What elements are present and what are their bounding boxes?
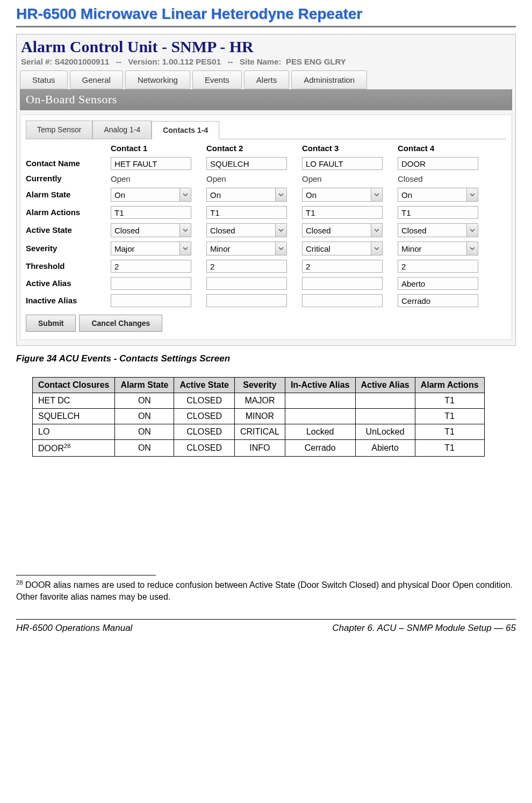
- contact-name-input-1[interactable]: [111, 157, 191, 170]
- rowlabel-alarm-state: Alarm State: [26, 190, 106, 200]
- contacts-form-grid: Contact 1 Contact 2 Contact 3 Contact 4 …: [26, 144, 506, 307]
- active-state-select-1[interactable]: Closed: [111, 223, 191, 237]
- severity-cell: INFO: [234, 440, 285, 457]
- active-alias-input-2[interactable]: [206, 277, 287, 290]
- alarm-actions-input-2[interactable]: [206, 206, 287, 219]
- th-severity: Severity: [234, 378, 285, 393]
- active-state-select-2[interactable]: Closed: [206, 223, 287, 237]
- active-alias-input-4[interactable]: [398, 277, 478, 290]
- rowlabel-contact-name: Contact Name: [26, 159, 106, 168]
- table-row: SQUELCH ON CLOSED MINOR T1: [33, 409, 485, 424]
- contact-name-input-4[interactable]: [398, 157, 478, 170]
- rowlabel-inactive-alias: Inactive Alias: [26, 296, 106, 305]
- footer-right: Chapter 6. ACU – SNMP Module Setup — 65: [332, 623, 516, 634]
- inactive-alias-cell: Locked: [285, 424, 355, 440]
- subtab-temp-sensor[interactable]: Temp Sensor: [26, 120, 92, 139]
- version-label: Version:: [128, 57, 160, 66]
- separator: --: [228, 57, 233, 66]
- threshold-input-4[interactable]: [398, 260, 478, 273]
- rowlabel-alarm-actions: Alarm Actions: [26, 208, 106, 217]
- severity-cell: MAJOR: [234, 393, 285, 409]
- contact-name-input-3[interactable]: [302, 157, 383, 170]
- separator: --: [116, 57, 121, 66]
- submit-button[interactable]: Submit: [26, 315, 76, 332]
- th-alarm-actions: Alarm Actions: [415, 378, 484, 393]
- active-state-cell: CLOSED: [174, 393, 235, 409]
- alarm-actions-input-3[interactable]: [302, 206, 383, 219]
- footnote-number: 28: [16, 579, 23, 586]
- alarm-state-select-3[interactable]: On: [302, 188, 383, 202]
- th-active-alias: Active Alias: [355, 378, 415, 393]
- currently-value-3: Open: [302, 174, 393, 183]
- tab-networking[interactable]: Networking: [125, 70, 190, 89]
- chevron-down-icon: [466, 188, 478, 201]
- sub-tabs: Temp Sensor Analog 1-4 Contacts 1-4: [26, 120, 506, 139]
- th-active-state: Active State: [174, 378, 235, 393]
- active-alias-input-3[interactable]: [302, 277, 383, 290]
- currently-value-1: Open: [111, 174, 202, 183]
- subtab-contacts-1-4[interactable]: Contacts 1-4: [152, 121, 219, 139]
- site-value: PES ENG GLRY: [286, 57, 346, 66]
- tab-administration[interactable]: Administration: [291, 70, 367, 89]
- footnote-separator: [16, 575, 156, 575]
- active-state-cell: CLOSED: [174, 409, 235, 424]
- main-tabs: Status General Networking Events Alerts …: [20, 68, 512, 89]
- cc-cell: LO: [33, 424, 115, 440]
- contacts-card: Temp Sensor Analog 1-4 Contacts 1-4 Cont…: [20, 115, 512, 340]
- chevron-down-icon: [371, 242, 382, 255]
- version-value: 1.00.112 PES01: [162, 57, 221, 66]
- tab-events[interactable]: Events: [192, 70, 242, 89]
- subtab-analog-1-4[interactable]: Analog 1-4: [92, 120, 152, 139]
- inactive-alias-cell: Cerrado: [285, 440, 355, 457]
- alarm-state-cell: ON: [115, 440, 174, 457]
- inactive-alias-input-4[interactable]: [398, 294, 478, 307]
- footnote-ref: 28: [64, 443, 70, 449]
- rowlabel-currently: Currently: [26, 174, 106, 183]
- inactive-alias-cell: [285, 393, 355, 409]
- footnote: 28 DOOR alias names are used to reduce c…: [16, 579, 516, 603]
- threshold-input-2[interactable]: [206, 260, 287, 273]
- severity-select-3[interactable]: Critical: [302, 241, 383, 255]
- tab-status[interactable]: Status: [20, 70, 68, 89]
- inactive-alias-input-3[interactable]: [302, 294, 383, 307]
- cc-cell: DOOR28: [33, 440, 115, 457]
- active-alias-input-1[interactable]: [111, 277, 191, 290]
- chevron-down-icon: [275, 242, 286, 255]
- table-row: HET DC ON CLOSED MAJOR T1: [33, 393, 485, 409]
- severity-select-2[interactable]: Minor: [206, 241, 287, 255]
- rowlabel-threshold: Threshold: [26, 262, 106, 271]
- alarm-state-select-4[interactable]: On: [398, 188, 478, 202]
- severity-cell: CRITICAL: [234, 424, 285, 440]
- severity-select-4[interactable]: Minor: [398, 241, 478, 255]
- document-title: HR-6500 Microwave Linear Heterodyne Repe…: [16, 5, 516, 23]
- cancel-changes-button[interactable]: Cancel Changes: [79, 315, 162, 332]
- action-row: Submit Cancel Changes: [26, 315, 506, 332]
- alarm-state-select-2[interactable]: On: [206, 188, 287, 202]
- inactive-alias-input-1[interactable]: [111, 294, 191, 307]
- tab-alerts[interactable]: Alerts: [244, 70, 289, 89]
- severity-select-1[interactable]: Major: [111, 241, 191, 255]
- col-header-contact-2: Contact 2: [206, 144, 298, 153]
- alarm-actions-input-1[interactable]: [111, 206, 191, 219]
- table-row: LO ON CLOSED CRITICAL Locked UnLocked T1: [33, 424, 485, 440]
- contact-name-input-2[interactable]: [206, 157, 287, 170]
- tab-general[interactable]: General: [70, 70, 123, 89]
- table-row: DOOR28 ON CLOSED INFO Cerrado Abierto T1: [33, 440, 485, 457]
- inactive-alias-input-2[interactable]: [206, 294, 287, 307]
- alarm-state-cell: ON: [115, 424, 174, 440]
- threshold-input-1[interactable]: [111, 260, 191, 273]
- currently-value-4: Closed: [398, 174, 489, 183]
- alarm-actions-input-4[interactable]: [398, 206, 478, 219]
- section-title: On-Board Sensors: [20, 89, 512, 110]
- actions-cell: T1: [415, 393, 484, 409]
- th-alarm-state: Alarm State: [115, 378, 174, 393]
- cc-cell: SQUELCH: [33, 409, 115, 424]
- alarm-state-select-1[interactable]: On: [111, 188, 191, 202]
- threshold-input-3[interactable]: [302, 260, 383, 273]
- active-state-select-3[interactable]: Closed: [302, 223, 383, 237]
- col-header-contact-3: Contact 3: [302, 144, 393, 153]
- active-state-select-4[interactable]: Closed: [398, 223, 478, 237]
- summary-table: Contact Closures Alarm State Active Stat…: [32, 377, 485, 457]
- th-contact-closures: Contact Closures: [33, 378, 115, 393]
- footnote-text: DOOR alias names are used to reduce conf…: [16, 581, 513, 602]
